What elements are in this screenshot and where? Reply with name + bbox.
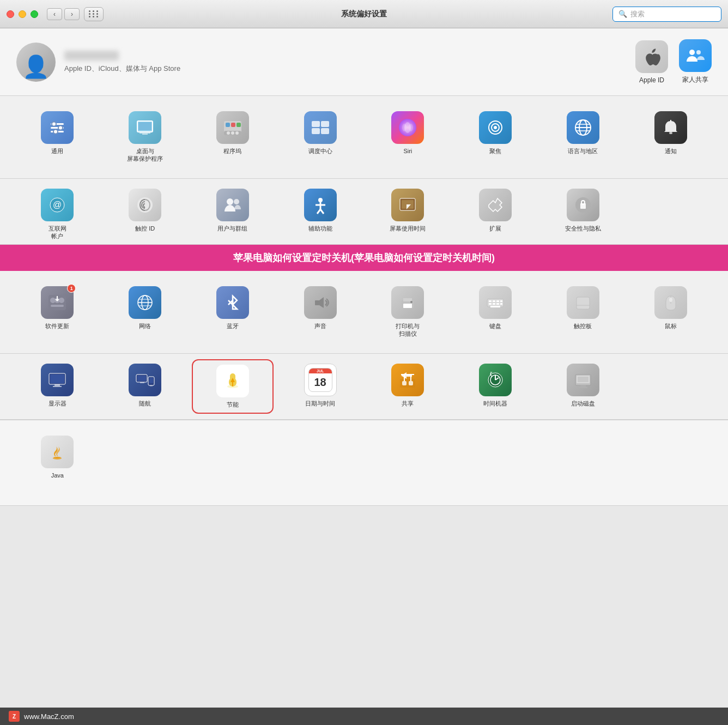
svg-rect-57 bbox=[51, 305, 64, 307]
pref-display[interactable]: 显示器 bbox=[16, 359, 99, 414]
bluetooth-icon bbox=[216, 286, 249, 319]
nav-forward-button[interactable]: › bbox=[64, 8, 80, 20]
pref-access[interactable]: 辅助功能 bbox=[279, 184, 361, 245]
mouse-label: 鼠标 bbox=[665, 322, 677, 330]
pref-startup[interactable]: 启动磁盘 bbox=[542, 359, 624, 414]
pref-notif[interactable]: 通知 bbox=[629, 107, 712, 167]
java-label: Java bbox=[51, 472, 64, 479]
siri-icon bbox=[391, 111, 424, 144]
fullscreen-button[interactable] bbox=[31, 10, 38, 18]
pref-internet[interactable]: @ 互联网 帐户 bbox=[16, 184, 99, 245]
pref-desktop[interactable]: 桌面与 屏幕保护程序 bbox=[104, 107, 186, 167]
apple-logo-icon bbox=[635, 40, 668, 73]
family-sharing-button[interactable]: 家人共享 bbox=[679, 39, 712, 84]
grid-section-3: 1 软件更新 网络 bbox=[0, 271, 728, 354]
software-update-badge: 1 bbox=[67, 284, 76, 293]
pref-screen-time[interactable]: 屏幕使用时间 bbox=[367, 184, 449, 245]
svg-point-27 bbox=[409, 124, 413, 131]
pref-energy[interactable]: 节能 bbox=[192, 359, 274, 414]
banner: 苹果电脑如何设置定时关机(苹果电脑如何设置定时关机时间) bbox=[0, 245, 728, 271]
pref-sidecar[interactable]: 随航 bbox=[104, 359, 186, 414]
svg-rect-78 bbox=[577, 297, 590, 309]
minimize-button[interactable] bbox=[19, 10, 26, 18]
apple-id-label: Apple ID bbox=[639, 76, 664, 84]
pref-mcc[interactable]: 调度中心 bbox=[279, 107, 361, 167]
print-label: 打印机与 扫描仪 bbox=[396, 322, 420, 338]
software-update-icon: 1 bbox=[41, 286, 74, 319]
nav-back-button[interactable]: ‹ bbox=[47, 8, 62, 20]
svg-rect-22 bbox=[312, 128, 320, 134]
pref-trackpad[interactable]: 触控板 bbox=[542, 282, 624, 342]
security-icon bbox=[567, 189, 599, 221]
bluetooth-label: 蓝牙 bbox=[227, 322, 239, 330]
pref-network[interactable]: 网络 bbox=[104, 282, 186, 342]
pref-extensions[interactable]: 扩展 bbox=[454, 184, 537, 245]
pref-dock[interactable]: 程序坞 bbox=[192, 107, 274, 167]
svg-line-47 bbox=[320, 209, 324, 214]
energy-label: 节能 bbox=[227, 401, 239, 408]
keyboard-label: 键盘 bbox=[489, 322, 501, 330]
banner-text: 苹果电脑如何设置定时关机(苹果电脑如何设置定时关机时间) bbox=[233, 252, 495, 263]
svg-rect-89 bbox=[149, 378, 153, 383]
desktop-label: 桌面与 屏幕保护程序 bbox=[127, 147, 163, 163]
sidecar-icon bbox=[129, 364, 161, 396]
user-subtitle: Apple ID、iCloud、媒体与 App Store bbox=[64, 64, 180, 74]
svg-rect-23 bbox=[321, 128, 329, 134]
pref-general[interactable]: 通用 bbox=[16, 107, 99, 167]
svg-point-56 bbox=[59, 298, 64, 303]
dock-icon bbox=[216, 111, 249, 144]
pref-mouse[interactable]: 鼠标 bbox=[629, 282, 712, 342]
datetime-label: 日期与时间 bbox=[305, 400, 335, 407]
pref-users[interactable]: 用户与群组 bbox=[192, 184, 274, 245]
java-icon bbox=[41, 436, 74, 468]
time-machine-icon bbox=[479, 364, 512, 396]
pref-sound[interactable]: 声音 bbox=[279, 282, 361, 342]
pref-lang[interactable]: 语言与地区 bbox=[542, 107, 624, 167]
siri-label: Siri bbox=[403, 147, 412, 155]
nav-buttons: ‹ › bbox=[47, 8, 80, 20]
svg-rect-71 bbox=[496, 300, 499, 302]
pref-touchid[interactable]: 触控 ID bbox=[104, 184, 186, 245]
svg-point-0 bbox=[689, 50, 695, 55]
svg-point-15 bbox=[231, 131, 234, 135]
pref-bluetooth[interactable]: 蓝牙 bbox=[192, 282, 274, 342]
svg-rect-85 bbox=[53, 386, 62, 387]
pref-print[interactable]: 打印机与 扫描仪 bbox=[367, 282, 449, 342]
grid-section-1: 通用 桌面与 屏幕保护程序 bbox=[0, 96, 728, 179]
pref-datetime[interactable]: JUL 18 日期与时间 bbox=[279, 359, 361, 414]
pref-java[interactable]: Java bbox=[16, 431, 99, 484]
icon-grid-5: Java bbox=[16, 431, 712, 484]
pref-siri[interactable]: Siri bbox=[367, 107, 449, 167]
notif-label: 通知 bbox=[665, 147, 677, 155]
cal-header: JUL bbox=[309, 368, 332, 373]
svg-rect-76 bbox=[500, 303, 502, 305]
extensions-label: 扩展 bbox=[489, 225, 501, 232]
touchid-icon bbox=[129, 189, 161, 221]
svg-rect-90 bbox=[140, 382, 144, 383]
pref-sharing[interactable]: 共享 bbox=[367, 359, 449, 414]
svg-point-42 bbox=[234, 199, 239, 204]
focus-icon bbox=[479, 111, 512, 144]
network-label: 网络 bbox=[139, 322, 151, 330]
grid-section-4: 显示器 随航 bbox=[0, 354, 728, 420]
time-machine-label: 时间机器 bbox=[483, 400, 507, 407]
pref-security[interactable]: 安全性与隐私 bbox=[542, 184, 624, 245]
internet-label: 互联网 帐户 bbox=[48, 225, 66, 240]
svg-rect-69 bbox=[489, 300, 492, 302]
pref-time-machine[interactable]: 时间机器 bbox=[454, 359, 537, 414]
pref-software-update[interactable]: 1 软件更新 bbox=[16, 282, 99, 342]
users-icon bbox=[216, 189, 249, 221]
sharing-label: 共享 bbox=[402, 400, 414, 407]
search-box[interactable]: 🔍 搜索 bbox=[612, 7, 721, 22]
notif-icon bbox=[654, 111, 687, 144]
apple-id-button[interactable]: Apple ID bbox=[635, 40, 668, 84]
pref-keyboard[interactable]: 键盘 bbox=[454, 282, 537, 342]
pref-focus[interactable]: 聚焦 bbox=[454, 107, 537, 167]
lang-label: 语言与地区 bbox=[568, 147, 598, 155]
svg-rect-73 bbox=[489, 303, 492, 305]
user-info-left: 👤 Apple ID、iCloud、媒体与 App Store bbox=[16, 43, 180, 82]
avatar[interactable]: 👤 bbox=[16, 43, 56, 82]
close-button[interactable] bbox=[7, 10, 14, 18]
grid-view-button[interactable] bbox=[84, 7, 104, 21]
search-icon: 🔍 bbox=[618, 10, 627, 18]
